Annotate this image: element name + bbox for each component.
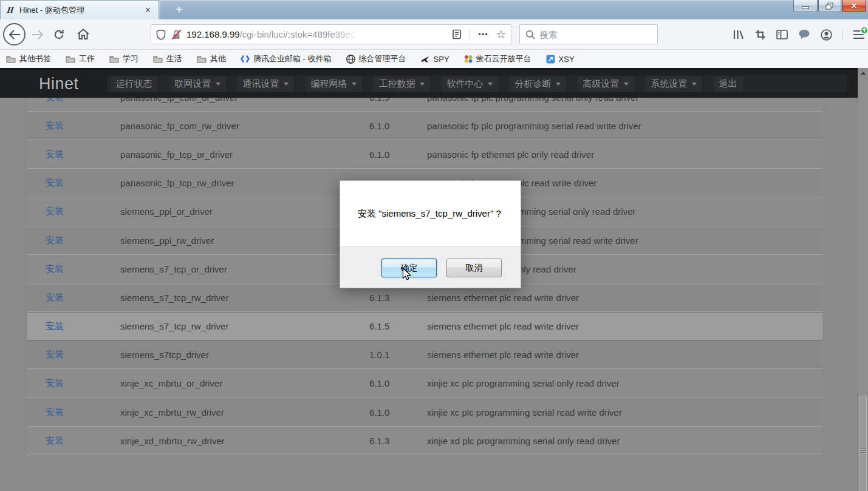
driver-description: siemens ethernet plc read write driver [427,321,822,331]
driver-description: xinjie xc plc programming serial read wr… [427,407,822,418]
bookmark-item[interactable]: 生活 [153,53,182,64]
install-link[interactable]: 安装 [46,177,120,189]
install-link[interactable]: 安装 [46,120,120,132]
driver-description: xinjie xc plc programming serial only re… [427,378,822,388]
nav-item-analysis-diagnosis[interactable]: 分析诊断 [510,76,566,92]
forward-button[interactable] [32,30,44,39]
chevron-down-icon [284,83,289,86]
bookmark-item[interactable]: 其他书签 [6,53,51,64]
nav-item-comm-settings[interactable]: 通讯设置 [238,76,294,92]
driver-description: panasonic fp plc programming serial read… [427,121,822,131]
bookmarks-bar: 其他书签 工作 学习 生活 其他 腾讯企业邮箱 - 收件箱 综合管理平台 SPY… [0,50,868,68]
shield-icon[interactable] [156,29,166,40]
bookmark-item[interactable]: 工作 [66,53,95,64]
driver-name: siemens_ppi_rw_driver [120,235,369,246]
sidebar-icon[interactable] [776,30,788,39]
restore-icon [825,2,834,10]
driver-version: 6.1.0 [369,407,427,418]
dots-icon [464,55,473,63]
reload-button[interactable] [53,29,65,40]
install-link[interactable]: 安装 [46,349,120,361]
nav-item-logout[interactable]: 退出 [714,76,743,92]
driver-name: panasonic_fp_com_rw_driver [120,121,369,131]
install-link[interactable]: 安装 [46,206,120,217]
install-link[interactable]: 安装 [46,263,120,275]
install-link[interactable]: 安装 [46,435,120,447]
nav-item-ics-data[interactable]: 工控数据 [374,76,430,92]
scrollbar-thumb[interactable] [859,396,867,491]
bookmark-item[interactable]: 综合管理平台 [346,53,406,64]
library-icon[interactable] [733,29,745,40]
search-box[interactable] [519,24,658,44]
new-tab-button[interactable]: + [171,1,188,18]
driver-name: panasonic_fp_com_or_driver [120,98,369,103]
account-icon[interactable] [821,29,832,41]
install-link[interactable]: 安装 [46,320,120,332]
folder-icon [6,55,16,63]
close-button[interactable]: ✕ [842,0,866,12]
cancel-button[interactable]: 取消 [446,259,502,277]
nav-item-network-settings[interactable]: 联网设置 [169,76,226,92]
table-row: 安装 panasonic_fp_com_rw_driver 6.1.0 pana… [27,112,822,140]
driver-name: xinje_xc_mbrtu_rw_driver [120,407,369,418]
table-row: 安装 siemens_s7tcp_driver 1.0.1 siemens et… [27,340,822,369]
bookmark-item[interactable]: 其他 [197,53,226,64]
install-link[interactable]: 安装 [46,407,120,418]
nav-item-system-settings[interactable]: 系统设置 [646,76,702,92]
install-link[interactable]: 安装 [46,292,120,303]
driver-version: 1.0.1 [369,350,427,360]
install-link[interactable]: 安装 [46,98,120,103]
driver-version: 6.1.0 [369,378,427,388]
driver-name: panasonic_fp_tcp_rw_driver [120,178,369,188]
home-icon [77,28,90,40]
back-icon [9,30,21,39]
nav-item-prog-network[interactable]: 编程网络 [306,76,362,92]
driver-name: siemens_s7_tcp_rw_driver [120,321,369,331]
url-bar[interactable]: 192.168.9.99/cgi-bin/luci/;stok=489fe39e… [151,24,511,44]
back-button[interactable] [3,23,26,46]
url-text[interactable]: 192.168.9.99/cgi-bin/luci/;stok=489fe39e… [186,29,452,39]
folder-icon [109,55,119,63]
scroll-up-button[interactable] [858,68,868,78]
nav-item-software-center[interactable]: 软件中心 [442,76,498,92]
bookmark-item[interactable]: 萤石云开放平台 [464,53,531,64]
install-link[interactable]: 安装 [46,149,120,160]
table-row: 安装 xinje_xc_mbrtu_rw_driver 6.1.0 xinjie… [27,398,822,427]
reader-mode-icon[interactable] [452,29,462,39]
install-link[interactable]: 安装 [46,378,120,389]
menu-icon[interactable] [853,30,864,39]
search-input[interactable] [540,30,652,39]
driver-name: xinje_xd_mbrtu_rw_driver [120,436,369,446]
bookmark-item[interactable]: 学习 [109,53,138,64]
driver-version: 6.1.0 [369,121,427,131]
chat-bubble-icon[interactable] [798,29,810,40]
globe-icon [346,55,355,64]
tab-title: Hinet - 驱动包管理 [19,5,142,16]
nav-item-run-status[interactable]: 运行状态 [111,76,158,92]
table-row: 安装 panasonic_fp_tcp_or_driver 6.1.0 pana… [27,140,822,169]
tab-close-icon[interactable]: ✕ [142,4,154,16]
folder-icon [153,55,163,63]
driver-name: siemens_s7_tcp_or_driver [120,264,369,274]
driver-description: xinjie xd plc programming serial only re… [427,436,822,446]
site-favicon: H [5,5,16,15]
bookmark-star-icon[interactable]: ☆ [496,29,506,40]
browser-tab[interactable]: H Hinet - 驱动包管理 ✕ [0,0,159,19]
bookmark-item[interactable]: SPY [421,55,449,64]
bookmark-item[interactable]: XSY [546,55,575,64]
home-button[interactable] [77,28,90,40]
chevron-down-icon [624,83,629,86]
navigation-toolbar: 192.168.9.99/cgi-bin/luci/;stok=489fe39e… [0,19,868,50]
screenshot-icon[interactable] [755,29,766,40]
minimize-button[interactable] [793,0,818,12]
search-icon [525,30,535,39]
insecure-lock-icon[interactable] [171,29,182,40]
vertical-scrollbar[interactable] [858,68,868,491]
page-actions-icon[interactable]: ••• [478,30,488,39]
dialog-footer: 确定 取消 [340,246,521,288]
bookmark-item[interactable]: 腾讯企业邮箱 - 收件箱 [241,53,332,64]
close-icon: ✕ [851,2,857,10]
install-link[interactable]: 安装 [46,235,120,246]
nav-item-advanced-settings[interactable]: 高级设置 [578,76,634,92]
restore-button[interactable] [818,0,841,12]
